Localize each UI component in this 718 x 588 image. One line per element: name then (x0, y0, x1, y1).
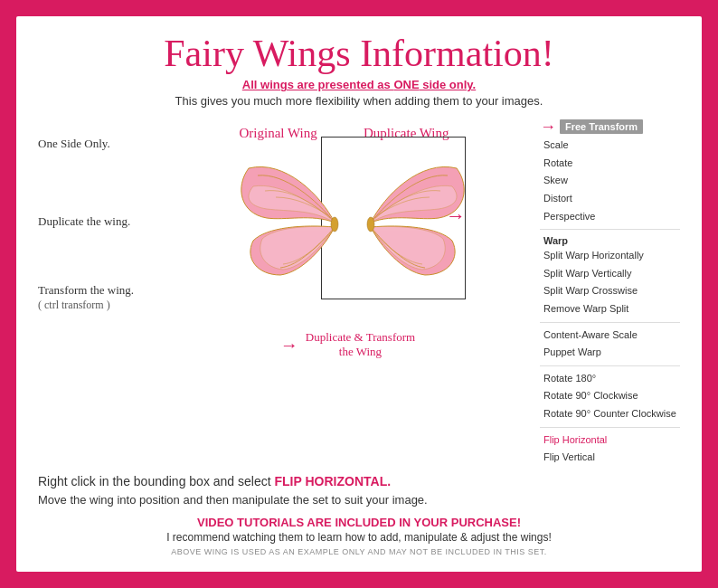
svg-text:→: → (446, 204, 466, 227)
svg-point-1 (367, 217, 374, 232)
wing-illustration-area: Original Wing Duplicate Wing (165, 119, 531, 359)
move-instruction: Move the wing into position and then man… (38, 492, 680, 508)
panel-item-scale: Scale (540, 137, 680, 155)
bottom-arrow-icon: → (280, 335, 298, 356)
panel-item-flip-vertical: Flip Vertical (540, 449, 680, 467)
free-transform-arrow-row: → Free Transform (540, 119, 680, 135)
panel-item-remove-split: Remove Warp Split (540, 300, 680, 318)
bottom-section: Right click in the bounding box and sele… (38, 474, 680, 556)
wings-svg: → (222, 132, 475, 313)
divider-3 (540, 365, 680, 366)
flip-instruction: Right click in the bounding box and sele… (38, 474, 680, 488)
right-context-menu-panel: → Free Transform Scale Rotate Skew Disto… (540, 119, 680, 467)
subtitle-flexibility: This gives you much more flexibility whe… (38, 94, 680, 108)
panel-item-puppet-warp: Puppet Warp (540, 344, 680, 362)
main-content-area: One Side Only. Duplicate the wing. Trans… (38, 119, 680, 467)
inner-card: Fairy Wings Information! All wings are p… (16, 16, 702, 572)
panel-item-split-cross: Split Warp Crosswise (540, 282, 680, 300)
bottom-wing-label: Duplicate & Transformthe Wing (306, 330, 415, 359)
recommend-text: I recommend watching them to learn how t… (38, 531, 680, 544)
page-title: Fairy Wings Information! (38, 33, 680, 74)
step-one: One Side Only. (38, 137, 156, 151)
panel-item-perspective: Perspective (540, 208, 680, 226)
step-two: Duplicate the wing. (38, 214, 156, 229)
panel-item-distort: Distort (540, 190, 680, 208)
divider-2 (540, 322, 680, 323)
divider-1 (540, 229, 680, 230)
step-three: Transform the wing. ( ctrl transform ) (38, 283, 156, 312)
panel-item-rotate180: Rotate 180° (540, 370, 680, 388)
panel-item-content-aware: Content-Aware Scale (540, 327, 680, 345)
outer-border: Fairy Wings Information! All wings are p… (11, 11, 707, 577)
fine-print-disclaimer: ABOVE WING IS USED AS AN EXAMPLE ONLY AN… (38, 547, 680, 556)
panel-item-split-horiz: Split Warp Horizontally (540, 247, 680, 265)
panel-item-split-vert: Split Warp Vertically (540, 265, 680, 283)
wing-container: Original Wing Duplicate Wing (222, 119, 475, 327)
panel-item-flip-horizontal: Flip Horizontal (540, 432, 680, 450)
divider-4 (540, 427, 680, 428)
warp-section-label: Warp (540, 233, 680, 247)
steps-column: One Side Only. Duplicate the wing. Trans… (38, 119, 156, 312)
video-tutorials-text: VIDEO TUTORIALS ARE INCLUDED IN YOUR PUR… (38, 516, 680, 529)
bottom-wing-label-area: → Duplicate & Transformthe Wing (280, 330, 415, 359)
panel-item-skew: Skew (540, 172, 680, 190)
svg-point-0 (331, 217, 338, 232)
panel-item-rotate90cw: Rotate 90° Clockwise (540, 387, 680, 405)
subtitle-one-side: All wings are presented as ONE side only… (38, 78, 680, 91)
free-transform-label: Free Transform (560, 119, 643, 134)
panel-item-rotate90ccw: Rotate 90° Counter Clockwise (540, 405, 680, 423)
arrow-icon: → (540, 119, 556, 135)
panel-item-rotate: Rotate (540, 155, 680, 173)
